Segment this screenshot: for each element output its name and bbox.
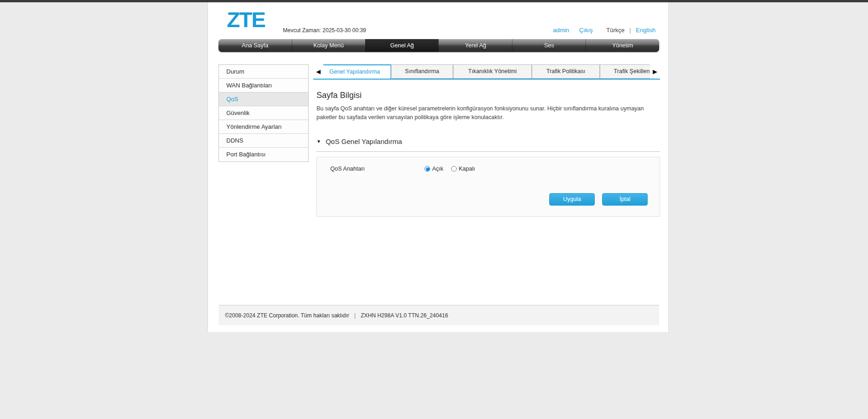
radio-option-acik[interactable]: Açık: [425, 166, 443, 172]
section-header-qos-genel[interactable]: ▼ QoS Genel Yapılandırma: [316, 138, 660, 152]
tab-siniflandirma[interactable]: Sınıflandırma: [391, 64, 453, 79]
footer-divider: |: [354, 312, 356, 319]
cancel-button[interactable]: İptal: [602, 193, 648, 206]
radio-option-kapali[interactable]: Kapalı: [451, 166, 475, 172]
sidebar-item-durum[interactable]: Durum: [219, 65, 308, 79]
tab-trafik-sekillendirme[interactable]: Trafik Şekillendirme: [600, 64, 650, 79]
logout-link[interactable]: Çıkış: [579, 27, 593, 34]
tabs-scroll-left-icon[interactable]: ◀: [313, 64, 323, 79]
section-title: QoS Genel Yapılandırma: [326, 138, 402, 145]
sidebar-item-wan[interactable]: WAN Bağlantıları: [219, 79, 308, 92]
current-time-label: Mevcut Zaman: 2025-03-30 00:39: [283, 27, 366, 34]
radio-selected-icon[interactable]: [425, 166, 430, 172]
tab-tikaniklik-yonetimi[interactable]: Tıkanıklık Yönetimi: [453, 64, 532, 79]
nav-item-genel-ag[interactable]: Genel Ağ: [365, 39, 439, 52]
main-nav: Ana Sayfa Kolay Menü Genel Ağ Yerel Ağ S…: [218, 39, 659, 52]
nav-item-ana-sayfa[interactable]: Ana Sayfa: [218, 39, 292, 52]
page-card: ZTE Mevcut Zaman: 2025-03-30 00:39 admin…: [207, 2, 669, 332]
radio-unselected-icon[interactable]: [451, 166, 457, 172]
page-title: Sayfa Bilgisi: [316, 91, 660, 100]
main-content: Sayfa Bilgisi Bu sayfa QoS anahtarı ve d…: [316, 91, 660, 217]
radio-acik-label: Açık: [432, 166, 443, 172]
sidebar-item-guvenlik[interactable]: Güvenlik: [219, 106, 308, 120]
copyright-text: ©2008-2024 ZTE Corporation. Tüm hakları …: [225, 312, 349, 319]
apply-button[interactable]: Uygula: [549, 193, 595, 206]
language-current-label: Türkçe: [606, 27, 625, 34]
nav-item-ses[interactable]: Ses: [512, 39, 586, 52]
sidebar-item-ddns[interactable]: DDNS: [219, 134, 308, 148]
page-description: Bu sayfa QoS anahtarı ve diğer küresel p…: [316, 104, 659, 122]
tab-trafik-politikasi[interactable]: Trafik Politikası: [532, 64, 600, 79]
user-account-link[interactable]: admin: [553, 27, 569, 34]
collapse-triangle-icon: ▼: [316, 139, 321, 144]
nav-item-yerel-ag[interactable]: Yerel Ağ: [438, 39, 512, 52]
sidebar-item-port-baglantisi[interactable]: Port Bağlantısı: [219, 148, 308, 161]
tab-genel-yapilandirma[interactable]: Genel Yapılandırma: [323, 64, 391, 79]
tabs-scroll-right-icon[interactable]: ▶: [650, 64, 660, 79]
language-english-link[interactable]: English: [636, 27, 655, 34]
radio-kapali-label: Kapalı: [459, 166, 475, 172]
sidebar-item-qos[interactable]: QoS: [219, 92, 308, 106]
tabs-viewport: Genel Yapılandırma Sınıflandırma Tıkanık…: [323, 64, 650, 79]
sidebar: Durum WAN Bağlantıları QoS Güvenlik Yönl…: [218, 64, 309, 162]
footer-bar: ©2008-2024 ZTE Corporation. Tüm hakları …: [218, 305, 659, 325]
form-buttons: Uygula İptal: [549, 193, 648, 206]
language-divider: |: [629, 27, 631, 34]
qos-switch-options: Açık Kapalı: [425, 166, 481, 172]
nav-item-yonetim[interactable]: Yönetim: [586, 39, 659, 52]
tab-strip: ◀ Genel Yapılandırma Sınıflandırma Tıkan…: [313, 64, 660, 79]
firmware-version-text: ZXHN H298A V1.0 TTN.26_240416: [361, 312, 448, 319]
nav-item-kolay-menu[interactable]: Kolay Menü: [292, 39, 365, 52]
qos-switch-row: QoS Anahtarı Açık Kapalı: [330, 166, 482, 172]
zte-logo: ZTE: [227, 7, 265, 32]
sidebar-item-yonlendirme[interactable]: Yönlendirme Ayarları: [219, 120, 308, 134]
qos-switch-label: QoS Anahtarı: [330, 166, 423, 172]
qos-form-panel: QoS Anahtarı Açık Kapalı Uygula İptal: [316, 157, 660, 217]
header-links: admin Çıkış Türkçe | English: [553, 27, 655, 34]
